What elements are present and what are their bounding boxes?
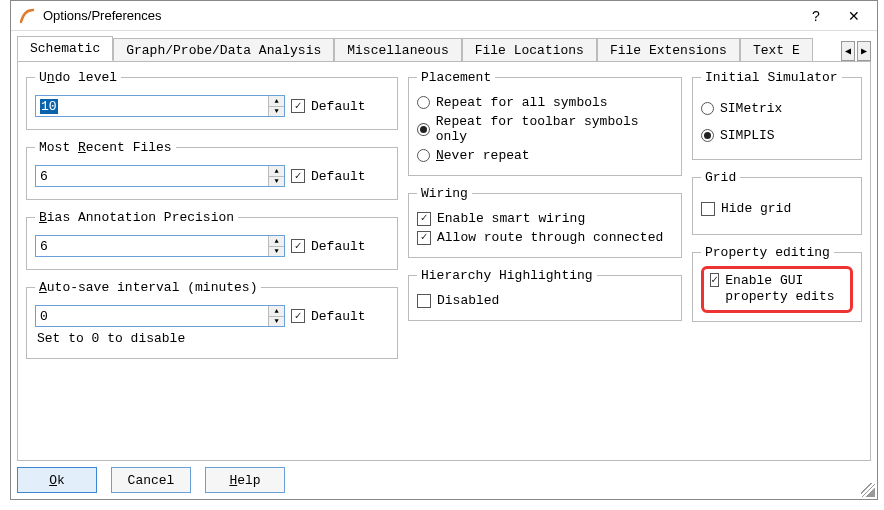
group-grid: Grid Hide grid: [692, 170, 862, 235]
bias-default-checkbox[interactable]: [291, 239, 305, 253]
titlebar[interactable]: Options/Preferences ? ✕: [11, 1, 877, 31]
help-button[interactable]: ?: [797, 2, 835, 30]
simetrix-radio[interactable]: [701, 102, 714, 115]
group-wiring: Wiring Enable smart wiring Allow route t…: [408, 186, 682, 258]
options-dialog: Options/Preferences ? ✕ Schematic Graph/…: [10, 0, 878, 500]
spin-down-icon[interactable]: ▼: [269, 317, 284, 327]
legend-hierarchy: Hierarchy Highlighting: [417, 268, 597, 283]
group-autosave: Auto-save interval (minutes) ▲▼ Default …: [26, 280, 398, 359]
autosave-spinner[interactable]: ▲▼: [35, 305, 285, 327]
tab-scroll-arrows: ◀ ▶: [841, 41, 871, 61]
tabstrip: Schematic Graph/Probe/Data Analysis Misc…: [17, 35, 871, 61]
ok-button[interactable]: Ok: [17, 467, 97, 493]
group-initial-simulator: Initial Simulator SIMetrix SIMPLIS: [692, 70, 862, 160]
autosave-input[interactable]: [36, 306, 268, 326]
legend-autosave: Auto-save interval (minutes): [35, 280, 261, 295]
legend-undo: Undo level: [35, 70, 121, 85]
cancel-button[interactable]: Cancel: [111, 467, 191, 493]
resize-grip-icon[interactable]: [861, 483, 875, 497]
group-property-editing: Property editing Enable GUI property edi…: [692, 245, 862, 322]
tab-text-editors[interactable]: Text E: [740, 38, 813, 62]
tab-scroll-right-icon[interactable]: ▶: [857, 41, 871, 61]
recent-files-input[interactable]: [36, 166, 268, 186]
spin-down-icon[interactable]: ▼: [269, 177, 284, 187]
group-recent-files: Most Recent Files ▲▼ Default: [26, 140, 398, 200]
legend-bias: Bias Annotation Precision: [35, 210, 238, 225]
placement-repeat-all-label: Repeat for all symbols: [436, 95, 608, 110]
placement-never-repeat-label: Never repeat: [436, 148, 530, 163]
dialog-footer: Ok Cancel Help: [17, 467, 285, 493]
legend-recent: Most Recent Files: [35, 140, 176, 155]
legend-placement: Placement: [417, 70, 495, 85]
tab-scroll-left-icon[interactable]: ◀: [841, 41, 855, 61]
spin-up-icon[interactable]: ▲: [269, 306, 284, 317]
spin-up-icon[interactable]: ▲: [269, 96, 284, 107]
spin-up-icon[interactable]: ▲: [269, 166, 284, 177]
enable-gui-edits-label: Enable GUI property edits: [725, 273, 844, 306]
hierarchy-disabled-checkbox[interactable]: [417, 294, 431, 308]
tab-misc[interactable]: Miscellaneous: [334, 38, 461, 62]
hierarchy-disabled-label: Disabled: [437, 293, 499, 308]
window-title: Options/Preferences: [43, 8, 797, 23]
highlighted-enable-gui-edits: Enable GUI property edits: [701, 266, 853, 313]
group-undo-level: Undo level 10 ▲▼ Default: [26, 70, 398, 130]
group-hierarchy-highlighting: Hierarchy Highlighting Disabled: [408, 268, 682, 321]
legend-grid: Grid: [701, 170, 740, 185]
bias-precision-spinner[interactable]: ▲▼: [35, 235, 285, 257]
legend-property: Property editing: [701, 245, 834, 260]
autosave-default-checkbox[interactable]: [291, 309, 305, 323]
tab-file-extensions[interactable]: File Extensions: [597, 38, 740, 62]
autosave-note: Set to 0 to disable: [37, 331, 387, 346]
simetrix-label: SIMetrix: [720, 101, 782, 116]
autosave-default-label: Default: [311, 309, 366, 324]
undo-default-label: Default: [311, 99, 366, 114]
recent-files-spinner[interactable]: ▲▼: [35, 165, 285, 187]
legend-simulator: Initial Simulator: [701, 70, 842, 85]
tab-schematic[interactable]: Schematic: [17, 36, 113, 61]
bias-default-label: Default: [311, 239, 366, 254]
spin-down-icon[interactable]: ▼: [269, 247, 284, 257]
spin-up-icon[interactable]: ▲: [269, 236, 284, 247]
undo-default-checkbox[interactable]: [291, 99, 305, 113]
help-button-footer[interactable]: Help: [205, 467, 285, 493]
hide-grid-checkbox[interactable]: [701, 202, 715, 216]
enable-gui-edits-checkbox[interactable]: [710, 273, 719, 287]
placement-repeat-all-radio[interactable]: [417, 96, 430, 109]
spin-down-icon[interactable]: ▼: [269, 107, 284, 117]
hide-grid-label: Hide grid: [721, 201, 791, 216]
undo-level-spinner[interactable]: 10 ▲▼: [35, 95, 285, 117]
app-icon: [19, 8, 35, 24]
placement-repeat-toolbar-radio[interactable]: [417, 123, 430, 136]
tab-graph[interactable]: Graph/Probe/Data Analysis: [113, 38, 334, 62]
placement-repeat-toolbar-label: Repeat for toolbar symbols only: [436, 114, 673, 144]
recent-default-label: Default: [311, 169, 366, 184]
legend-wiring: Wiring: [417, 186, 472, 201]
recent-default-checkbox[interactable]: [291, 169, 305, 183]
smart-wiring-checkbox[interactable]: [417, 212, 431, 226]
route-through-checkbox[interactable]: [417, 231, 431, 245]
smart-wiring-label: Enable smart wiring: [437, 211, 585, 226]
simplis-radio[interactable]: [701, 129, 714, 142]
group-bias-precision: Bias Annotation Precision ▲▼ Default: [26, 210, 398, 270]
route-through-label: Allow route through connected: [437, 230, 663, 245]
simplis-label: SIMPLIS: [720, 128, 775, 143]
placement-never-repeat-radio[interactable]: [417, 149, 430, 162]
group-placement: Placement Repeat for all symbols Repeat …: [408, 70, 682, 176]
tab-panel-schematic: Undo level 10 ▲▼ Default Most Recent Fil…: [17, 61, 871, 461]
close-button[interactable]: ✕: [835, 2, 873, 30]
bias-precision-input[interactable]: [36, 236, 268, 256]
tab-file-locations[interactable]: File Locations: [462, 38, 597, 62]
